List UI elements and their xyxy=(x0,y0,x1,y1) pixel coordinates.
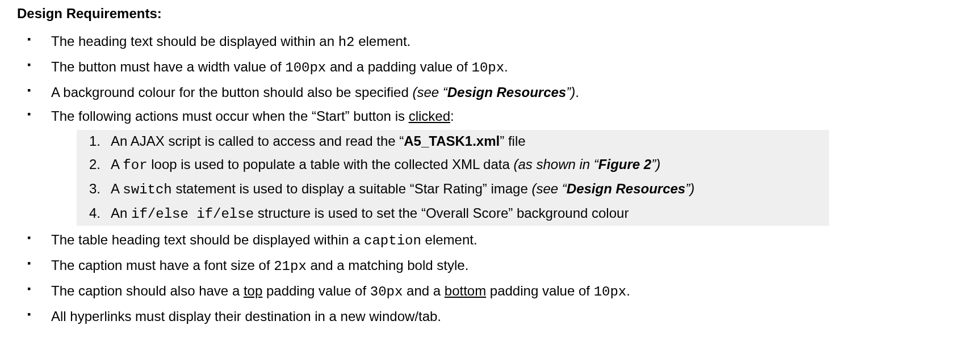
text: The caption must have a font size of xyxy=(51,258,274,273)
text: element. xyxy=(421,232,478,247)
text: padding value of xyxy=(486,283,593,298)
code-text: 10px xyxy=(594,284,627,299)
text: The button must have a width value of xyxy=(51,59,285,74)
text: structure is used to set the “Overall Sc… xyxy=(254,205,629,221)
item-number: 3. xyxy=(89,179,100,199)
text: (see “ xyxy=(412,85,447,100)
list-item: The heading text should be displayed wit… xyxy=(17,32,963,53)
underline-text: clicked xyxy=(409,108,450,124)
text: statement is used to display a suitable … xyxy=(172,181,532,196)
text: and a padding value of xyxy=(326,59,471,74)
bold-text: Design Resources xyxy=(567,181,685,196)
text: ”) xyxy=(651,157,660,172)
code-text: caption xyxy=(364,233,421,248)
code-text: switch xyxy=(123,182,171,197)
text: (as shown in “ xyxy=(513,157,598,172)
text: element. xyxy=(355,33,411,49)
text: An xyxy=(111,205,131,221)
italic-text: (see “Design Resources”) xyxy=(412,85,575,100)
text: . xyxy=(626,283,630,298)
code-text: 100px xyxy=(285,60,326,75)
list-item: The caption should also have a top paddi… xyxy=(17,281,963,302)
code-text: 21px xyxy=(274,259,307,274)
underline-text: bottom xyxy=(445,283,486,298)
code-text: if/else if/else xyxy=(131,206,254,222)
underline-text: top xyxy=(244,283,262,298)
text: ”) xyxy=(566,85,575,100)
list-item: The button must have a width value of 10… xyxy=(17,57,963,78)
code-text: for xyxy=(123,158,147,173)
text: : xyxy=(450,108,454,124)
text: The heading text should be displayed wit… xyxy=(51,33,338,49)
section-heading: Design Requirements: xyxy=(17,6,963,22)
list-item: 2. A for loop is used to populate a tabl… xyxy=(77,153,829,178)
italic-text: (see “Design Resources”) xyxy=(531,181,694,196)
code-text: h2 xyxy=(338,35,355,50)
bold-text: A5_TASK1.xml xyxy=(404,133,500,149)
list-item: A background colour for the button shoul… xyxy=(17,83,963,103)
list-item: The table heading text should be display… xyxy=(17,230,963,251)
item-number: 2. xyxy=(89,155,100,175)
bold-text: Figure 2 xyxy=(598,157,651,172)
text: . xyxy=(504,59,508,74)
text: The caption should also have a xyxy=(51,283,244,298)
list-item: 4. An if/else if/else structure is used … xyxy=(77,202,829,226)
text: The table heading text should be display… xyxy=(51,232,364,247)
text: and a xyxy=(403,283,444,298)
text: A background colour for the button shoul… xyxy=(51,85,412,100)
item-number: 4. xyxy=(89,204,100,223)
item-number: 1. xyxy=(89,132,100,151)
text: An AJAX script is called to access and r… xyxy=(111,133,404,149)
text: ”) xyxy=(685,181,694,196)
text: and a matching bold style. xyxy=(307,258,469,273)
italic-text: (as shown in “Figure 2”) xyxy=(513,157,660,172)
text: A xyxy=(111,181,123,196)
list-item: The caption must have a font size of 21p… xyxy=(17,256,963,277)
bold-text: Design Resources xyxy=(447,85,566,100)
numbered-list: 1. An AJAX script is called to access an… xyxy=(77,130,829,226)
text: (see “ xyxy=(531,181,566,196)
code-text: 30px xyxy=(370,284,403,299)
text: ” file xyxy=(500,133,525,149)
text: All hyperlinks must display their destin… xyxy=(51,309,441,324)
list-item: 1. An AJAX script is called to access an… xyxy=(77,130,829,153)
list-item: All hyperlinks must display their destin… xyxy=(17,307,963,327)
text: A xyxy=(111,157,123,172)
text: . xyxy=(575,85,579,100)
requirements-list: The heading text should be displayed wit… xyxy=(17,32,963,327)
text: The following actions must occur when th… xyxy=(51,108,409,124)
code-text: 10px xyxy=(471,60,504,75)
list-item: 3. A switch statement is used to display… xyxy=(77,178,829,202)
text: loop is used to populate a table with th… xyxy=(148,157,514,172)
text: padding value of xyxy=(262,283,370,298)
list-item: The following actions must occur when th… xyxy=(17,107,963,226)
